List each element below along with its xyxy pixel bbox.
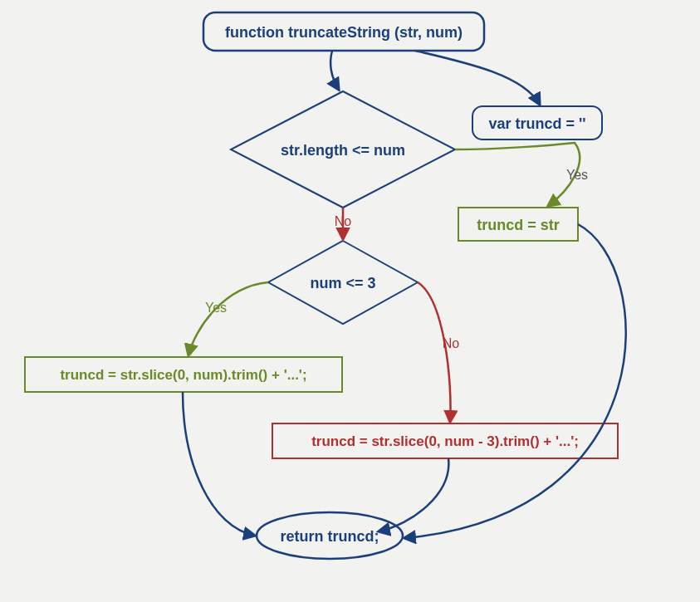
edge-cond2-no-label: No [443,336,460,350]
edge-cond2-yes [188,282,268,355]
cond1-node: str.length <= num [231,91,455,208]
cond1-label: str.length <= num [281,142,405,159]
cond2-node: num <= 3 [268,241,418,324]
edge-start-to-cond1 [330,51,339,90]
edge-assign1-to-return [404,224,626,538]
var-decl-label: var truncd = '' [488,115,585,132]
assign2-label: truncd = str.slice(0, num).trim() + '...… [60,367,306,383]
assign1-node: truncd = str [458,208,578,241]
edge-cond1-no-label: No [335,214,352,228]
var-decl-node: var truncd = '' [472,106,602,139]
return-label: return truncd; [281,528,379,545]
edge-assign3-to-return [379,458,448,531]
edge-cond1-yes-label: Yes [566,168,588,182]
assign3-label: truncd = str.slice(0, num - 3).trim() + … [311,433,579,449]
edge-assign2-to-return [183,392,255,536]
edge-start-to-vardecl [415,51,540,105]
edge-cond2-yes-label: Yes [205,301,227,315]
assign3-node: truncd = str.slice(0, num - 3).trim() + … [272,423,618,458]
edge-cond1-yes [455,143,580,206]
edge-cond2-no [418,282,451,422]
start-node-label: function truncateString (str, num) [225,24,463,41]
assign2-node: truncd = str.slice(0, num).trim() + '...… [25,357,342,392]
start-node: function truncateString (str, num) [203,12,484,51]
cond2-label: num <= 3 [310,275,375,291]
assign1-label: truncd = str [477,217,560,233]
return-node: return truncd; [257,512,403,559]
